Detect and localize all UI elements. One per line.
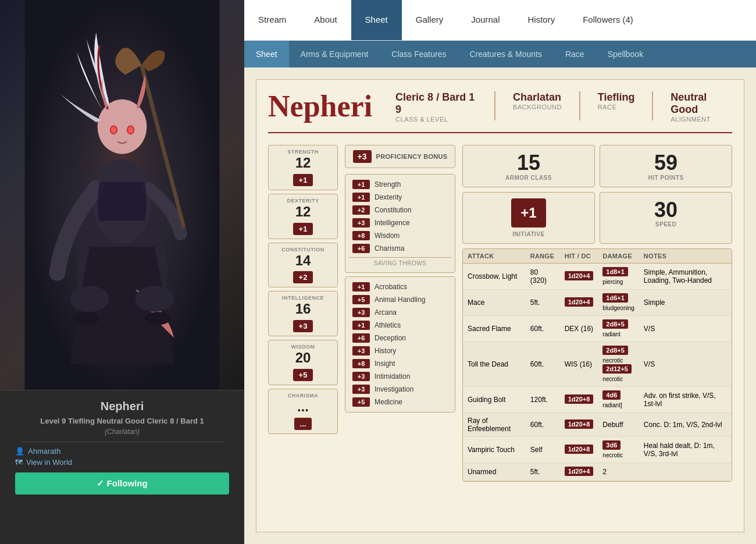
subtab-race[interactable]: Race (554, 41, 596, 67)
attack-ray-hit: 1d20+8 (560, 413, 598, 436)
tab-gallery[interactable]: Gallery (402, 0, 458, 40)
hit-points-label: HIT POINTS (606, 175, 726, 181)
skill-arcana-name: Arcana (375, 308, 397, 317)
attack-vampiric-name: Vampiric Touch (463, 436, 526, 463)
class-level-value: Cleric 8 / Bard 1 9 (395, 91, 477, 116)
st-charisma-name: Charisma (375, 244, 404, 253)
attack-crossbow-range: 80 (320) (526, 263, 560, 289)
speed-value: 30 (606, 198, 726, 222)
attack-vampiric-damage: 3d6necrotic (598, 436, 639, 463)
detail-divider (494, 91, 495, 120)
attack-crossbow-damage: 1d8+1piercing (598, 263, 639, 289)
skills-list: +1 Acrobatics +5 Animal Handling +3 Arca… (345, 276, 455, 413)
st-wisdom-name: Wisdom (375, 232, 400, 240)
divider (20, 442, 223, 442)
background-label: BACKGROUND (513, 104, 562, 111)
subtab-sheet[interactable]: Sheet (244, 41, 289, 67)
user-icon: 👤 (15, 447, 24, 456)
st-constitution-name: Constitution (375, 206, 411, 214)
skill-deception-name: Deception (375, 334, 406, 342)
hit-points-box: 59 HIT POINTS (600, 145, 732, 187)
sheet-content: Nepheri Cleric 8 / Bard 1 9 CLASS & LEVE… (244, 67, 756, 544)
dexterity-label: DEXTERITY (274, 198, 331, 204)
col-notes: NOTES (639, 249, 732, 264)
world-icon: 🗺 (15, 458, 23, 467)
skill-acrobatics: +1 Acrobatics (349, 280, 451, 293)
st-strength-name: Strength (375, 180, 401, 189)
tab-about[interactable]: About (300, 0, 351, 40)
speed-label: SPEED (606, 221, 726, 227)
attack-unarmed-hit: 1d20+4 (560, 463, 598, 481)
attack-row-ray-enfeeblement: Ray of Enfeeblement 60ft. 1d20+8 Debuff … (463, 413, 732, 436)
saving-throw-strength: +1 Strength (349, 178, 451, 191)
attack-crossbow-notes: Simple, Ammunition, Loading, Two-Handed (639, 263, 732, 289)
attack-toll-dead-damage: 2d8+5necrotic 2d12+5necrotic (598, 342, 639, 386)
tab-stream[interactable]: Stream (244, 0, 300, 40)
skill-deception-mod: +6 (352, 333, 370, 343)
charisma-label: CHARISMA (274, 393, 331, 399)
sidebar-links: 👤 Ahmarath 🗺 View in World (9, 447, 235, 467)
tab-history[interactable]: History (513, 0, 569, 40)
attack-ray-name: Ray of Enfeeblement (463, 413, 526, 436)
constitution-label: CONSTITUTION (274, 247, 331, 253)
skill-history: +3 History (349, 344, 451, 357)
skill-history-name: History (375, 347, 396, 355)
attack-toll-dead-notes: V/S (639, 342, 732, 386)
tab-journal[interactable]: Journal (457, 0, 513, 40)
st-dexterity-name: Dexterity (375, 193, 402, 201)
subtab-class-features[interactable]: Class Features (380, 41, 458, 67)
skill-investigation-mod: +3 (352, 385, 370, 394)
attack-crossbow-name: Crossbow, Light (463, 263, 526, 289)
follow-button[interactable]: ✓ Following (15, 472, 229, 495)
svg-point-11 (135, 286, 174, 312)
skill-medicine-name: Medicine (375, 398, 402, 406)
saving-throw-wisdom: +8 Wisdom (349, 229, 451, 242)
attack-toll-dead-name: Toll the Dead (463, 342, 526, 386)
attack-mace-hit: 1d20+4 (560, 289, 598, 315)
background-value: Charlatan (513, 91, 562, 104)
attack-sacred-flame-hit: DEX (16) (560, 315, 598, 342)
ability-wisdom: WISDOM 20 +5 (268, 340, 338, 385)
attack-mace-range: 5ft. (526, 289, 560, 315)
st-strength-mod: +1 (352, 180, 370, 189)
dexterity-value: 12 (274, 204, 331, 221)
st-constitution-mod: +2 (352, 205, 370, 215)
sidebar-link-ahmarath[interactable]: 👤 Ahmarath (15, 447, 60, 456)
sidebar: Nepheri Level 9 Tiefling Neutral Good Cl… (0, 0, 244, 544)
ability-strength: STRENGTH 12 +1 (268, 145, 338, 190)
sidebar-character-name: Nepheri (9, 400, 235, 413)
svg-point-13 (145, 312, 171, 325)
st-wisdom-mod: +8 (352, 231, 370, 240)
race-label: RACE (598, 104, 635, 111)
attack-sacred-flame-name: Sacred Flame (463, 315, 526, 342)
col-attack: ATTACK (463, 249, 526, 264)
st-intelligence-name: Intelligence (375, 219, 410, 227)
attack-row-vampiric-touch: Vampiric Touch Self 1d20+8 3d6necrotic H… (463, 436, 732, 463)
wisdom-value: 20 (274, 350, 331, 367)
skill-acrobatics-mod: +1 (352, 282, 370, 291)
strength-mod: +1 (293, 174, 313, 186)
saving-throw-intelligence: +3 Intelligence (349, 216, 451, 229)
attack-mace-name: Mace (463, 289, 526, 315)
attack-mace-notes: Simple (639, 289, 732, 315)
attack-toll-dead-hit: WIS (16) (560, 342, 598, 386)
sidebar-link-world[interactable]: 🗺 View in World (15, 458, 72, 467)
hit-points-value: 59 (606, 151, 726, 175)
attack-guiding-bolt-notes: Adv. on first strike, V/S, 1st-lvl (639, 386, 732, 413)
tab-sheet[interactable]: Sheet (351, 0, 402, 40)
subtab-spellbook[interactable]: Spellbook (596, 41, 655, 67)
attack-vampiric-hit: 1d20+8 (560, 436, 598, 463)
attack-vampiric-range: Self (526, 436, 560, 463)
tab-followers[interactable]: Followers (4) (569, 0, 647, 40)
svg-point-5 (98, 99, 147, 154)
col-damage: DAMAGE (598, 249, 639, 264)
subtab-creatures[interactable]: Creatures & Mounts (458, 41, 554, 67)
attack-row-toll-dead: Toll the Dead 60ft. WIS (16) 2d8+5necrot… (463, 342, 732, 386)
attack-row-sacred-flame: Sacred Flame 60ft. DEX (16) 2d8+5radiant… (463, 315, 732, 342)
ability-charisma: CHARISMA ... ... (268, 389, 338, 434)
attack-guiding-bolt-hit: 1d20+8 (560, 386, 598, 413)
skill-investigation-name: Investigation (375, 385, 413, 393)
skill-intimidation-name: Intimidation (375, 372, 410, 381)
subtab-arms[interactable]: Arms & Equipment (289, 41, 380, 67)
race-value: Tiefling (598, 91, 635, 104)
